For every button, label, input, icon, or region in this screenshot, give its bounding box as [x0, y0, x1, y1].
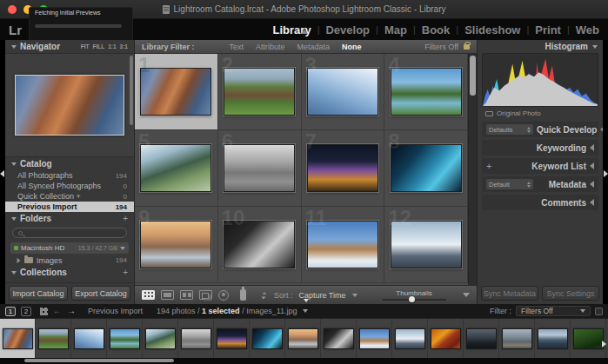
filmstrip-cell-10[interactable] — [321, 319, 357, 358]
metadata-preset-dropdown[interactable]: Default — [486, 179, 533, 189]
metadata-section[interactable]: Default Metadata — [482, 176, 598, 192]
keyword-list-section[interactable]: + Keyword List — [482, 158, 598, 174]
folder-search-input[interactable] — [12, 228, 127, 238]
filmstrip-cell-17[interactable] — [571, 319, 606, 358]
people-view-icon[interactable] — [218, 290, 229, 301]
filter-option-metadata[interactable]: Metadata — [297, 43, 331, 51]
thumbnail-size-slider[interactable]: Thumbnails — [377, 289, 451, 301]
filmstrip-thumbnail-bw-portrait[interactable] — [324, 328, 354, 349]
slider-knob[interactable] — [409, 296, 415, 302]
survey-view-icon[interactable] — [199, 290, 212, 300]
slider-track[interactable] — [382, 299, 446, 301]
volume-disclosure-icon[interactable] — [120, 247, 125, 250]
filmstrip-thumbnail-gray-city-trains[interactable] — [181, 328, 211, 349]
module-print[interactable]: Print — [535, 23, 561, 36]
filmstrip-cell-11[interactable] — [357, 319, 392, 358]
grid-cell-12[interactable]: 12 — [384, 207, 468, 283]
go-forward-icon[interactable]: → — [67, 307, 76, 315]
filmstrip-thumbnail-night-skyline[interactable] — [217, 328, 247, 349]
module-web[interactable]: Web — [576, 23, 599, 36]
catalog-item-all-photographs[interactable]: All Photographs 194 — [5, 170, 134, 181]
filmstrip-thumbnail-sunrise-mist-peaks[interactable] — [288, 328, 318, 349]
grid-cell-11[interactable]: 11 — [302, 207, 385, 283]
filter-lock-icon[interactable] — [464, 44, 470, 50]
filter-option-none[interactable]: None — [342, 43, 362, 51]
grid-cell-2[interactable]: 2 — [218, 54, 302, 130]
source-dropdown-icon[interactable] — [303, 309, 308, 313]
grid-view-icon[interactable] — [142, 290, 155, 300]
grid-cell-6[interactable]: 6 — [218, 130, 302, 207]
expand-section-icon[interactable] — [590, 144, 594, 151]
filmstrip-thumbnail-river-rocks[interactable] — [502, 328, 532, 349]
filmstrip-cell-16[interactable] — [535, 319, 571, 358]
filmstrip-source[interactable]: Previous Import — [88, 307, 143, 315]
compare-view-icon[interactable] — [180, 290, 193, 300]
photo-thumbnail-misty-tree-mountain[interactable] — [140, 144, 211, 192]
keywording-section[interactable]: Keywording — [482, 140, 598, 156]
filmstrip-scrollbar[interactable] — [24, 359, 174, 362]
filmstrip-thumbnail-blue-abstract[interactable] — [252, 328, 283, 349]
filmstrip-cell-12[interactable] — [392, 319, 428, 358]
grid-scrollbar-thumb[interactable] — [470, 56, 476, 96]
second-window-button[interactable]: 2 — [21, 307, 31, 316]
photo-thumbnail-night-skyline[interactable] — [307, 144, 378, 192]
grid-scrollbar[interactable] — [468, 54, 477, 285]
filmstrip-cell-15[interactable] — [499, 319, 535, 358]
collapse-toolbar-icon[interactable] — [304, 295, 309, 304]
filmstrip-cell-8[interactable] — [250, 319, 285, 358]
grid-cell-1[interactable]: 1 — [135, 54, 218, 130]
sync-metadata-button[interactable]: Sync Metadata — [481, 286, 538, 301]
add-keyword-button[interactable]: + — [486, 162, 491, 170]
filmstrip-thumbnail-fantasy-warrior[interactable] — [3, 328, 33, 349]
photo-thumbnail-lake-shore[interactable] — [391, 68, 462, 116]
folders-header[interactable]: Folders + — [5, 212, 134, 225]
go-back-icon[interactable]: ← — [53, 307, 62, 315]
module-book[interactable]: Book — [422, 23, 451, 36]
filmstrip-cell-7[interactable] — [214, 319, 250, 358]
photo-thumbnail-blossom-sky[interactable] — [307, 68, 378, 116]
filmstrip-thumbnail-lake-reflection[interactable] — [538, 328, 568, 349]
comments-section[interactable]: Comments — [482, 195, 598, 210]
collapse-right-panel-icon[interactable] — [604, 170, 608, 177]
histogram-chart[interactable] — [482, 53, 598, 107]
grid-cell-5[interactable]: 5 — [135, 130, 218, 207]
filmstrip-thumbnail-green-forest[interactable] — [573, 328, 604, 349]
zoom-1-1-option[interactable]: 1:1 — [108, 43, 116, 50]
catalog-item-all-synced[interactable]: All Synced Photographs 0 — [5, 181, 134, 191]
filmstrip-cell-1[interactable] — [0, 319, 36, 358]
filmstrip-cell-3[interactable] — [71, 319, 107, 358]
filmstrip-cell-2[interactable] — [36, 319, 71, 358]
folder-row-images[interactable]: Images 194 — [5, 255, 134, 266]
expand-section-icon[interactable] — [590, 181, 594, 188]
filmstrip-thumbnail-blossom-sky[interactable] — [74, 328, 104, 349]
loupe-view-icon[interactable] — [161, 290, 174, 300]
selection-info[interactable]: 194 photos / 1 selected / Images_11.jpg — [157, 307, 297, 315]
filmstrip-cell-14[interactable] — [464, 319, 499, 358]
zoom-fit-option[interactable]: FIT — [81, 43, 90, 50]
module-slideshow[interactable]: Slideshow — [464, 23, 520, 36]
filter-toggle-icon[interactable] — [595, 308, 603, 315]
grid-cell-10[interactable]: 10 — [218, 207, 302, 283]
grid-cell-8[interactable]: 8 — [384, 130, 468, 207]
quick-develop-section[interactable]: Defaults Quick Develop — [482, 122, 598, 137]
filmstrip-thumbnail-snowy-peaks[interactable] — [395, 328, 425, 349]
filmstrip-thumbnail-lake-shore[interactable] — [110, 328, 140, 349]
collapse-left-panel-icon[interactable] — [0, 170, 4, 177]
photo-thumbnail-fantasy-warrior[interactable] — [140, 68, 211, 116]
photo-thumbnail-barn-meadow[interactable] — [224, 68, 295, 116]
left-panel-scrollbar[interactable] — [130, 56, 133, 125]
grid-cell-4[interactable]: 4 — [384, 54, 468, 130]
import-catalog-button[interactable]: Import Catalog — [9, 286, 68, 301]
painter-tool-icon[interactable] — [240, 289, 246, 301]
filmstrip-cell-4[interactable] — [107, 319, 143, 358]
grid-cell-7[interactable]: 7 — [302, 130, 385, 207]
filmstrip-cell-9[interactable] — [285, 319, 321, 358]
filters-state-dropdown[interactable]: Filters Off — [424, 43, 458, 51]
expand-section-icon[interactable] — [590, 199, 594, 206]
navigator-preview-image[interactable] — [15, 75, 124, 136]
module-develop[interactable]: Develop — [325, 23, 370, 36]
filmstrip-thumbnail-autumn-portrait[interactable] — [431, 328, 461, 349]
navigator-header[interactable]: Navigator FIT FILL 1:1 3:1 — [5, 40, 134, 53]
grid-cell-9[interactable]: 9 — [135, 207, 218, 283]
catalog-item-previous-import[interactable]: Previous Import 194 — [5, 202, 134, 212]
